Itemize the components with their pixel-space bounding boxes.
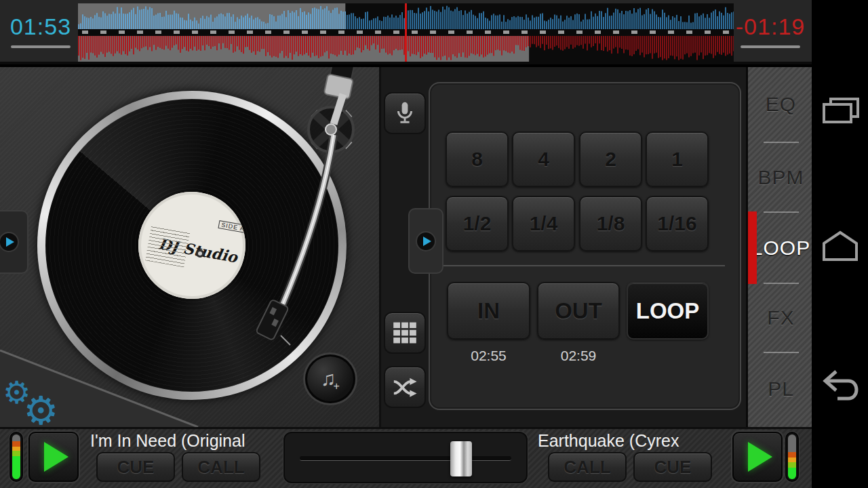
microphone-icon [390,98,420,128]
loop-beats-8-button[interactable]: 8 [446,131,509,187]
tonearm-pivot-cap [326,124,336,135]
plus-icon: + [334,380,340,392]
tab-eq[interactable]: EQ [748,67,814,142]
deck-b-cue-button[interactable]: CUE [633,452,712,482]
deck-b-time-display: -01:19 [735,14,806,48]
deck-a-track-title: I'm In Need (Original [90,431,245,451]
deck-b-time-underline [741,45,800,48]
loop-panel-divider [442,265,725,266]
transport-bar: I'm In Need (Original CUE CALL Earthquak… [0,427,812,488]
deck-b-remaining-time: -01:19 [735,14,806,40]
panel-slide-tab-button[interactable] [416,231,436,251]
loop-in-button[interactable]: IN [447,282,530,340]
recent-apps-icon[interactable] [820,95,861,130]
deck-a-cue-button[interactable]: CUE [96,452,175,482]
tab-bpm[interactable]: BPM [748,143,814,211]
play-arrow-icon [423,237,431,246]
stylus-needle [281,336,290,345]
play-arrow-icon [6,237,14,247]
pad-grid-icon [391,319,419,347]
dj-app-screen: 01:53 -01:19 DJ Studio SIDE A [0,0,868,488]
settings-gear-icon-large[interactable]: ⚙ [23,388,58,427]
deck-b-track-title: Earthquake (Cyrex [538,431,679,451]
sampler-pads-button[interactable] [384,312,426,354]
loop-beats-1-button[interactable]: 1 [646,131,709,187]
active-tab-indicator [748,211,757,284]
waveform-overview-bar: 01:53 -01:19 [0,0,812,64]
waveform-canvas[interactable] [78,3,734,62]
loop-out-time: 02:59 [537,348,620,364]
play-icon [748,442,772,472]
deck-a-call-button[interactable]: CALL [182,452,260,482]
shuffle-button[interactable] [384,366,426,408]
deck-a-elapsed-time: 01:53 [5,14,76,40]
loop-beats-half-button[interactable]: 1/2 [446,196,509,251]
vu-fill [788,434,796,479]
panel-slide-tab[interactable] [408,208,443,274]
tab-fx[interactable]: FX [748,284,814,352]
crossfader[interactable] [283,432,528,483]
microphone-button[interactable] [384,92,426,134]
deck-a-vu-meter [9,432,23,482]
tab-loop[interactable]: LOOP [748,213,814,283]
loop-in-time: 02:55 [447,348,530,364]
loop-out-button[interactable]: OUT [537,282,620,340]
deck-a-slide-tab-button[interactable] [0,232,19,252]
tonearm[interactable] [256,67,357,345]
loop-beats-4-button[interactable]: 4 [512,131,575,187]
vu-fill [12,434,20,479]
deck-b-play-button[interactable] [732,432,783,482]
loop-beats-sixteenth-button[interactable]: 1/16 [646,196,709,251]
deck-a-time-underline [11,45,71,48]
deck-a-turntable: DJ Studio SIDE A ⚙ ⚙ [0,67,381,427]
deck-a-slide-tab[interactable] [0,210,28,274]
loop-beats-2-button[interactable]: 2 [579,131,642,187]
back-icon[interactable] [820,367,861,403]
main-area: DJ Studio SIDE A ⚙ ⚙ [0,67,812,427]
play-icon [44,442,68,472]
deck-a-play-button[interactable] [28,432,79,482]
loop-beats-eighth-button[interactable]: 1/8 [579,196,642,251]
home-icon[interactable] [820,228,861,264]
tab-pl[interactable]: PL [748,353,814,425]
loop-panel: 8 4 2 1 1/2 1/4 1/8 1/16 IN OUT LOOP 02:… [429,82,741,410]
deck-b-call-button[interactable]: CALL [548,452,627,482]
crossfader-track[interactable] [300,456,511,461]
deck-a-time-display: 01:53 [5,14,76,48]
deck-b-vu-meter [785,432,799,482]
shuffle-icon [390,372,420,402]
crossfader-handle[interactable] [450,441,472,476]
loop-beats-quarter-button[interactable]: 1/4 [512,196,575,251]
android-nav-bar [812,0,868,488]
loop-toggle-button[interactable]: LOOP [627,282,709,340]
panel-tabs-sidebar: EQ BPM LOOP FX PL [746,67,812,427]
tonearm-shaft-outline [282,135,334,306]
add-track-button[interactable]: ♫ + [305,354,355,403]
headshell [256,299,289,340]
